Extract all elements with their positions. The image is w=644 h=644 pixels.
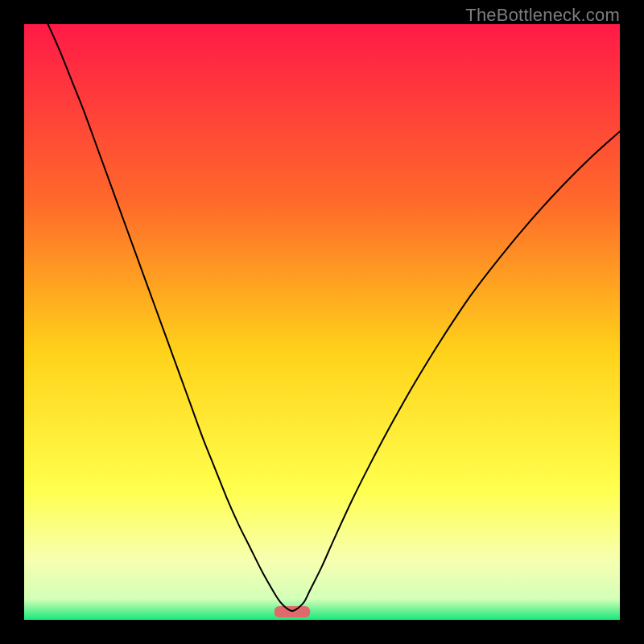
bottleneck-chart	[24, 24, 620, 620]
watermark-text: TheBottleneck.com	[465, 5, 620, 26]
gradient-background	[24, 24, 620, 620]
chart-frame	[24, 24, 620, 620]
